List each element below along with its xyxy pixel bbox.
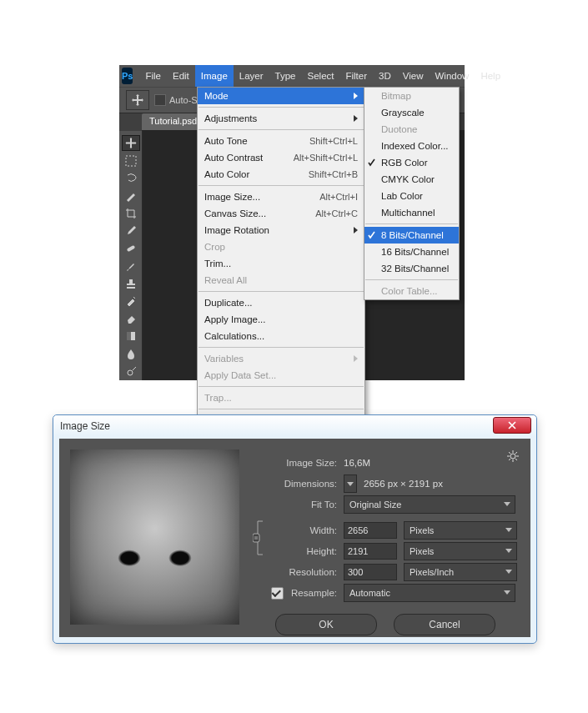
eraser-icon [125,313,137,324]
menu-item-trim[interactable]: Trim... [198,255,364,272]
eyedropper-tool[interactable] [122,223,140,239]
fit-to-select[interactable]: Original Size [344,495,515,514]
marquee-tool[interactable] [122,153,140,168]
gradient-tool[interactable] [122,329,140,344]
healing-tool[interactable] [122,240,140,256]
move-tool[interactable] [122,135,140,151]
resolution-input[interactable] [344,564,397,580]
menu-item-calculations[interactable]: Calculations... [198,328,364,344]
auto-select-checkbox[interactable] [154,94,166,106]
crop-tool[interactable] [122,205,140,221]
menu-item-adjustments[interactable]: Adjustments [198,110,364,127]
mode-rgb[interactable]: RGB Color [364,154,459,171]
active-tool-indicator[interactable] [126,90,149,110]
menu-item-label: Duplicate... [204,298,253,308]
menu-separator [199,129,364,130]
ok-button[interactable]: OK [275,614,377,635]
preview-thumbnail[interactable] [70,449,239,625]
menu-item-label: Crop [204,242,225,252]
menu-edit[interactable]: Edit [167,65,195,87]
menu-item-apply-image[interactable]: Apply Image... [198,311,364,328]
menu-type[interactable]: Type [269,65,302,87]
close-button[interactable] [493,417,531,434]
menu-item-label: Auto Contrast [204,153,263,163]
menu-select[interactable]: Select [302,65,340,87]
mode-32bit[interactable]: 32 Bits/Channel [364,260,459,277]
menu-item-label: Apply Data Set... [204,370,276,380]
menu-item-auto-color[interactable]: Auto ColorShift+Ctrl+B [198,166,364,183]
menu-item-apply-data-set: Apply Data Set... [198,367,364,384]
mode-8bit[interactable]: 8 Bits/Channel [364,227,459,244]
submenu-arrow-icon [354,227,358,233]
settings-button[interactable] [507,450,519,462]
dialog-titlebar[interactable]: Image Size [53,415,536,436]
menu-item-label: 8 Bits/Channel [381,230,444,240]
document-tab[interactable]: Tutorial.psd [142,113,204,132]
menu-item-canvas-size[interactable]: Canvas Size...Alt+Ctrl+C [198,205,364,222]
cancel-button[interactable]: Cancel [394,614,495,635]
menu-item-label: Auto Color [204,169,249,179]
select-value: Pixels/Inch [410,567,454,577]
menu-shortcut: Shift+Ctrl+L [309,136,358,146]
mode-indexed[interactable]: Indexed Color... [364,138,459,154]
check-icon [368,158,376,167]
mode-duotone: Duotone [364,121,459,138]
wand-tool[interactable] [122,188,140,203]
mode-grayscale[interactable]: Grayscale [364,104,459,121]
height-unit-select[interactable]: Pixels [404,542,517,560]
menu-item-label: 32 Bits/Channel [381,264,449,274]
resample-checkbox[interactable] [271,587,284,600]
mode-submenu: Bitmap Grayscale Duotone Indexed Color..… [364,87,460,300]
mode-lab[interactable]: Lab Color [364,188,459,204]
menu-separator [199,409,364,409]
brush-tool[interactable] [122,259,140,274]
menu-item-mode[interactable]: Mode [198,88,364,104]
menu-item-label: Image Rotation [204,225,269,235]
mode-16bit[interactable]: 16 Bits/Channel [364,244,459,260]
fit-to-label: Fit To: [254,500,344,510]
menu-layer[interactable]: Layer [234,65,269,87]
mode-multichannel[interactable]: Multichannel [364,204,459,221]
submenu-arrow-icon [354,355,358,362]
image-menu-dropdown: Mode Adjustments Auto ToneShift+Ctrl+L A… [197,87,365,429]
menu-item-image-rotation[interactable]: Image Rotation [198,222,364,239]
menu-item-auto-tone[interactable]: Auto ToneShift+Ctrl+L [198,133,364,149]
resample-select[interactable]: Automatic [344,584,515,602]
resolution-unit-select[interactable]: Pixels/Inch [404,563,517,581]
lasso-icon [125,173,137,184]
width-unit-select[interactable]: Pixels [404,521,517,540]
menu-item-label: Indexed Color... [381,141,449,151]
menubar: Ps File Edit Image Layer Type Select Fil… [119,65,465,87]
menu-item-auto-contrast[interactable]: Auto ContrastAlt+Shift+Ctrl+L [198,149,364,166]
blur-tool[interactable] [122,346,140,362]
menu-item-label: Lab Color [381,191,423,201]
select-value: Pixels [410,525,434,535]
menu-item-reveal-all: Reveal All [198,272,364,289]
height-input[interactable] [344,543,397,560]
menu-image[interactable]: Image [195,65,234,87]
move-icon [131,93,144,107]
menu-item-label: Calculations... [204,331,264,341]
menu-window[interactable]: Window [429,65,475,87]
brush-icon [125,260,137,272]
mode-cmyk[interactable]: CMYK Color [364,171,459,188]
menu-filter[interactable]: Filter [339,65,373,87]
menu-3d[interactable]: 3D [373,65,397,87]
menu-view[interactable]: View [397,65,430,87]
lasso-tool[interactable] [122,170,140,186]
stamp-icon [125,278,137,289]
eraser-tool[interactable] [122,311,140,327]
menu-file[interactable]: File [139,65,167,87]
menu-shortcut: Alt+Ctrl+I [319,192,358,202]
menu-help[interactable]: Help [475,65,506,87]
history-brush-tool[interactable] [122,294,140,309]
dimensions-unit-button[interactable] [344,474,357,493]
menu-item-duplicate[interactable]: Duplicate... [198,294,364,311]
stamp-tool[interactable] [122,276,140,292]
width-input[interactable] [344,522,397,539]
dodge-tool[interactable] [122,364,140,379]
menu-item-image-size[interactable]: Image Size...Alt+Ctrl+I [198,188,364,205]
menu-item-label: Mode [204,91,229,101]
check-icon [368,231,376,239]
menu-item-label: Canvas Size... [204,208,266,218]
